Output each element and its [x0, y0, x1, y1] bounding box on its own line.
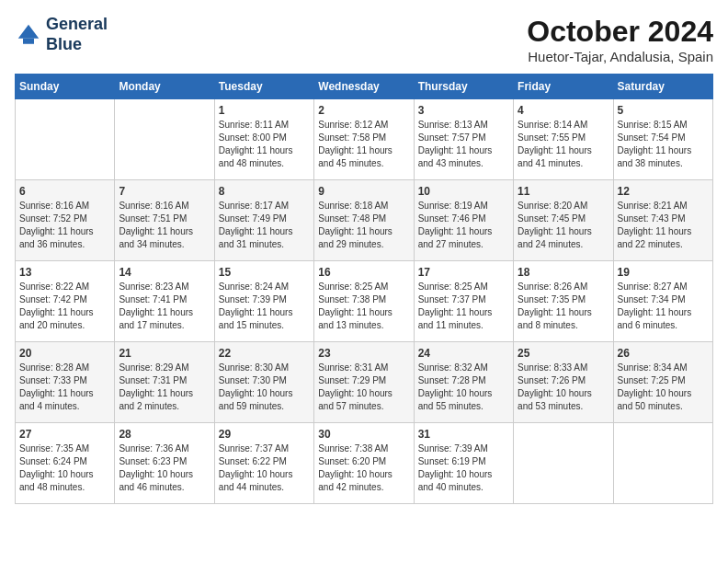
calendar-week-1: 1Sunrise: 8:11 AMSunset: 8:00 PMDaylight…	[16, 99, 713, 180]
svg-rect-1	[23, 38, 34, 43]
day-number: 21	[119, 347, 210, 360]
logo-line2: Blue	[46, 35, 108, 55]
day-number: 9	[318, 185, 409, 198]
calendar-cell: 10Sunrise: 8:19 AMSunset: 7:46 PMDayligh…	[414, 180, 513, 261]
cell-info: Daylight: 10 hours and 53 minutes.	[518, 387, 609, 413]
calendar-cell: 30Sunrise: 7:38 AMSunset: 6:20 PMDayligh…	[314, 423, 414, 504]
day-number: 28	[119, 428, 210, 441]
cell-info: Daylight: 10 hours and 40 minutes.	[418, 468, 509, 494]
cell-info: Daylight: 10 hours and 59 minutes.	[219, 387, 310, 413]
header-row: Sunday Monday Tuesday Wednesday Thursday…	[16, 75, 713, 99]
calendar-week-2: 6Sunrise: 8:16 AMSunset: 7:52 PMDaylight…	[16, 180, 713, 261]
cell-info: Daylight: 11 hours and 48 minutes.	[219, 144, 310, 170]
title-block: October 2024 Huetor-Tajar, Andalusia, Sp…	[527, 15, 713, 64]
cell-info: Sunset: 6:24 PM	[19, 455, 110, 468]
calendar-cell: 23Sunrise: 8:31 AMSunset: 7:29 PMDayligh…	[314, 342, 414, 423]
day-number: 10	[418, 185, 509, 198]
cell-info: Daylight: 11 hours and 17 minutes.	[119, 306, 210, 332]
logo-line1: General	[46, 15, 108, 35]
cell-info: Daylight: 11 hours and 8 minutes.	[518, 306, 609, 332]
logo-icon	[15, 21, 42, 49]
day-number: 29	[219, 428, 310, 441]
calendar-cell: 31Sunrise: 7:39 AMSunset: 6:19 PMDayligh…	[414, 423, 513, 504]
cell-info: Daylight: 11 hours and 41 minutes.	[518, 144, 609, 170]
cell-info: Sunset: 7:34 PM	[618, 293, 709, 306]
cell-info: Sunrise: 8:34 AM	[618, 362, 709, 374]
page-header: General Blue October 2024 Huetor-Tajar, …	[15, 15, 713, 64]
cell-info: Sunset: 7:39 PM	[219, 293, 310, 306]
calendar-cell: 1Sunrise: 8:11 AMSunset: 8:00 PMDaylight…	[214, 99, 313, 180]
day-number: 31	[418, 428, 509, 441]
cell-info: Daylight: 10 hours and 46 minutes.	[119, 468, 210, 494]
location: Huetor-Tajar, Andalusia, Spain	[527, 49, 713, 64]
cell-info: Sunset: 7:45 PM	[518, 213, 609, 225]
cell-info: Sunset: 7:26 PM	[518, 374, 609, 387]
cell-info: Daylight: 11 hours and 45 minutes.	[318, 144, 409, 170]
cell-info: Sunrise: 8:29 AM	[119, 362, 210, 374]
cell-info: Daylight: 11 hours and 6 minutes.	[618, 306, 709, 332]
calendar-cell: 16Sunrise: 8:25 AMSunset: 7:38 PMDayligh…	[314, 261, 414, 342]
cell-info: Sunrise: 7:39 AM	[418, 442, 509, 455]
calendar-cell: 6Sunrise: 8:16 AMSunset: 7:52 PMDaylight…	[16, 180, 115, 261]
day-number: 8	[219, 185, 310, 198]
day-number: 23	[318, 347, 409, 360]
cell-info: Daylight: 11 hours and 13 minutes.	[318, 306, 409, 332]
cell-info: Sunset: 7:58 PM	[318, 132, 409, 144]
cell-info: Sunset: 7:37 PM	[418, 293, 509, 306]
cell-info: Daylight: 11 hours and 20 minutes.	[19, 306, 110, 332]
calendar-week-3: 13Sunrise: 8:22 AMSunset: 7:42 PMDayligh…	[16, 261, 713, 342]
cell-info: Sunset: 6:20 PM	[318, 455, 409, 468]
day-number: 30	[318, 428, 409, 441]
cell-info: Daylight: 10 hours and 57 minutes.	[318, 387, 409, 413]
col-tuesday: Tuesday	[214, 75, 313, 99]
day-number: 22	[219, 347, 310, 360]
cell-info: Sunrise: 8:23 AM	[119, 281, 210, 293]
cell-info: Daylight: 11 hours and 11 minutes.	[418, 306, 509, 332]
cell-info: Daylight: 11 hours and 38 minutes.	[618, 144, 709, 170]
cell-info: Daylight: 10 hours and 48 minutes.	[19, 468, 110, 494]
calendar-table: Sunday Monday Tuesday Wednesday Thursday…	[15, 74, 713, 504]
cell-info: Sunset: 7:54 PM	[618, 132, 709, 144]
cell-info: Sunrise: 8:28 AM	[19, 362, 110, 374]
logo-text: General Blue	[46, 15, 108, 54]
cell-info: Sunrise: 8:31 AM	[318, 362, 409, 374]
col-sunday: Sunday	[16, 75, 115, 99]
cell-info: Daylight: 10 hours and 50 minutes.	[618, 387, 709, 413]
calendar-cell: 3Sunrise: 8:13 AMSunset: 7:57 PMDaylight…	[414, 99, 513, 180]
cell-info: Daylight: 11 hours and 2 minutes.	[119, 387, 210, 413]
cell-info: Sunset: 7:43 PM	[618, 213, 709, 225]
cell-info: Sunrise: 8:17 AM	[219, 200, 310, 213]
day-number: 3	[418, 104, 509, 117]
calendar-cell: 26Sunrise: 8:34 AMSunset: 7:25 PMDayligh…	[613, 342, 712, 423]
calendar-cell: 15Sunrise: 8:24 AMSunset: 7:39 PMDayligh…	[214, 261, 313, 342]
cell-info: Sunrise: 7:38 AM	[318, 442, 409, 455]
cell-info: Daylight: 11 hours and 29 minutes.	[318, 225, 409, 251]
cell-info: Sunset: 7:33 PM	[19, 374, 110, 387]
cell-info: Daylight: 11 hours and 34 minutes.	[119, 225, 210, 251]
cell-info: Sunset: 7:55 PM	[518, 132, 609, 144]
calendar-cell: 5Sunrise: 8:15 AMSunset: 7:54 PMDaylight…	[613, 99, 712, 180]
svg-marker-0	[18, 24, 40, 38]
calendar-cell: 13Sunrise: 8:22 AMSunset: 7:42 PMDayligh…	[16, 261, 115, 342]
cell-info: Daylight: 11 hours and 22 minutes.	[618, 225, 709, 251]
cell-info: Sunset: 7:35 PM	[518, 293, 609, 306]
cell-info: Daylight: 11 hours and 36 minutes.	[19, 225, 110, 251]
day-number: 12	[618, 185, 709, 198]
calendar-cell: 28Sunrise: 7:36 AMSunset: 6:23 PMDayligh…	[115, 423, 214, 504]
day-number: 25	[518, 347, 609, 360]
cell-info: Sunset: 8:00 PM	[219, 132, 310, 144]
calendar-cell: 12Sunrise: 8:21 AMSunset: 7:43 PMDayligh…	[613, 180, 712, 261]
calendar-body: 1Sunrise: 8:11 AMSunset: 8:00 PMDaylight…	[16, 99, 713, 504]
col-friday: Friday	[514, 75, 613, 99]
cell-info: Daylight: 11 hours and 43 minutes.	[418, 144, 509, 170]
cell-info: Sunrise: 8:24 AM	[219, 281, 310, 293]
calendar-cell: 4Sunrise: 8:14 AMSunset: 7:55 PMDaylight…	[514, 99, 613, 180]
cell-info: Daylight: 11 hours and 4 minutes.	[19, 387, 110, 413]
day-number: 15	[219, 266, 310, 279]
cell-info: Sunset: 7:28 PM	[418, 374, 509, 387]
cell-info: Sunrise: 8:21 AM	[618, 200, 709, 213]
cell-info: Sunset: 7:51 PM	[119, 213, 210, 225]
cell-info: Sunrise: 8:22 AM	[19, 281, 110, 293]
day-number: 17	[418, 266, 509, 279]
cell-info: Sunrise: 8:33 AM	[518, 362, 609, 374]
